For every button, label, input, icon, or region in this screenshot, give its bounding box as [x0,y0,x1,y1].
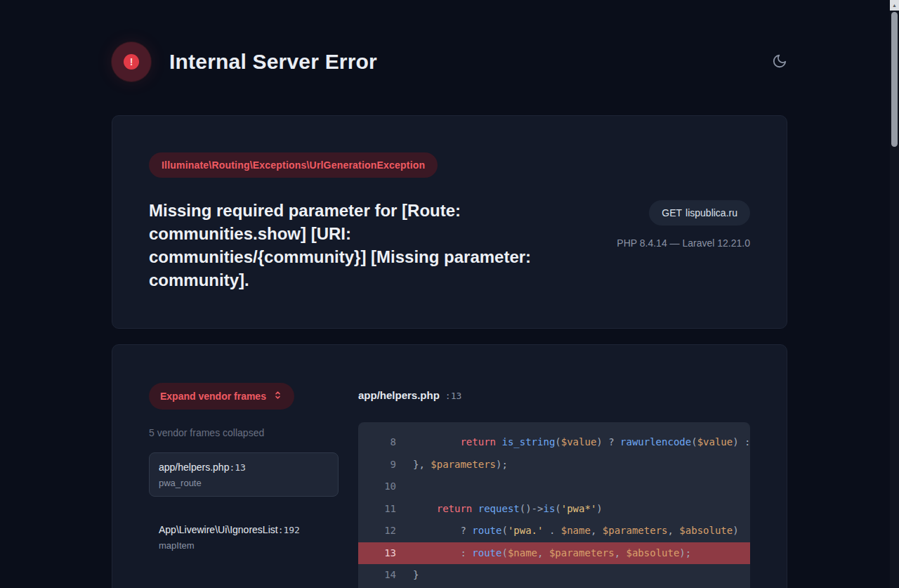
frames-column: Expand vendor frames 5 vendor frames col… [149,383,339,588]
moon-icon [772,53,787,71]
frame-file: app/helpers.php [159,462,229,473]
versions-text: PHP 8.4.14 — Laravel 12.21.0 [617,237,750,249]
code-line-highlighted: 13 : route($name, $parameters, $absolute… [358,542,750,565]
exception-message: Missing required parameter for [Route: c… [149,199,546,292]
scrollbar-thumb[interactable] [891,12,898,147]
chevron-up-down-icon [273,390,283,403]
code-line-indicator: :13 [445,391,461,401]
frame-function: pwa_route [159,478,329,488]
frame-item[interactable]: App\Livewire\Ui\IgnoresList:168array_map [149,577,339,588]
expand-vendor-frames-button[interactable]: Expand vendor frames [149,383,294,410]
line-number: 8 [358,431,396,454]
exception-card: Illuminate\Routing\Exceptions\UrlGenerat… [112,115,787,329]
line-content [396,476,413,498]
code-line: 8 return is_string($value) ? rawurlencod… [358,431,750,454]
line-number: 13 [358,542,396,565]
line-content: return is_string($value) ? rawurlencode(… [396,431,750,454]
exclamation-icon: ! [124,54,139,70]
error-page: ! Internal Server Error Illuminate\Routi… [112,0,787,588]
collapsed-frames-note: 5 vendor frames collapsed [149,427,339,438]
line-number: 12 [358,520,396,542]
code-file-name: app/helpers.php [358,389,440,401]
frames-list: app/helpers.php:13pwa_routeApp\Livewire\… [149,452,339,588]
scroll-up-button[interactable]: ▲ [890,0,899,11]
line-content: return request()->is('pwa*') [396,498,603,521]
frame-location: app/helpers.php:13 [159,461,329,473]
line-number: 14 [358,564,396,587]
line-content: ? route('pwa.' . $name, $parameters, $ab… [396,520,739,542]
request-method: GET [662,207,682,218]
scrollbar[interactable]: ▲ [890,0,899,588]
code-column: app/helpers.php :13 8 return is_string($… [358,383,750,588]
error-icon: ! [112,42,151,81]
code-file-header: app/helpers.php :13 [358,383,750,401]
line-number: 10 [358,476,396,498]
line-content: }, $parameters); [396,454,508,476]
frame-item[interactable]: app/helpers.php:13pwa_route [149,452,339,497]
exception-meta: GET lispublica.ru PHP 8.4.14 — Laravel 1… [617,199,750,292]
code-line: 14} [358,564,750,587]
code-line: 10 [358,476,750,498]
line-number: 11 [358,498,396,521]
line-content: : route($name, $parameters, $absolute); [396,542,691,565]
code-line: 11 return request()->is('pwa*') [358,498,750,521]
page-title: Internal Server Error [169,50,377,74]
frame-item[interactable]: App\Livewire\Ui\IgnoresList:192mapItem [149,515,339,559]
stack-trace-card: Expand vendor frames 5 vendor frames col… [112,344,787,588]
code-line: 9}, $parameters); [358,454,750,476]
frame-location: App\Livewire\Ui\IgnoresList:192 [159,523,329,536]
scroll-up-icon: ▲ [892,3,897,8]
request-host: lispublica.ru [685,207,737,218]
exception-class-badge: Illuminate\Routing\Exceptions\UrlGenerat… [149,152,438,178]
frame-file: App\Livewire\Ui\IgnoresList [159,524,278,535]
frame-line-number: :192 [278,525,300,535]
code-line: 12 ? route('pwa.' . $name, $parameters, … [358,520,750,542]
frame-function: mapItem [159,540,329,551]
request-badge: GET lispublica.ru [649,200,750,226]
frame-line-number: :13 [229,462,245,473]
theme-toggle-button[interactable] [772,53,787,71]
line-number: 9 [358,454,396,476]
expand-vendor-frames-label: Expand vendor frames [160,391,266,402]
page-header: ! Internal Server Error [112,42,787,81]
code-editor[interactable]: 8 return is_string($value) ? rawurlencod… [358,422,750,588]
line-content: } [396,564,419,587]
exception-body: Missing required parameter for [Route: c… [149,199,750,292]
